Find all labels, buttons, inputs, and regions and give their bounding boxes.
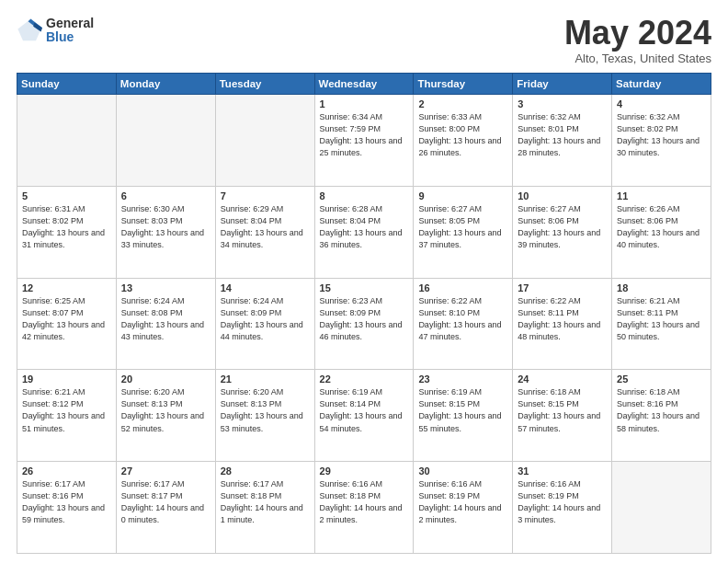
day-number: 18 <box>617 282 706 293</box>
calendar-cell: 17Sunrise: 6:22 AMSunset: 8:11 PMDayligh… <box>513 278 612 370</box>
calendar-cell: 3Sunrise: 6:32 AMSunset: 8:01 PMDaylight… <box>513 95 612 187</box>
calendar-cell: 11Sunrise: 6:26 AMSunset: 8:06 PMDayligh… <box>612 186 711 278</box>
calendar-cell: 19Sunrise: 6:21 AMSunset: 8:12 PMDayligh… <box>17 370 117 462</box>
day-number: 17 <box>518 282 607 293</box>
day-number: 8 <box>320 190 409 201</box>
day-header-tuesday: Tuesday <box>215 74 314 95</box>
day-number: 20 <box>121 373 210 385</box>
day-number: 23 <box>418 373 507 385</box>
calendar-cell: 22Sunrise: 6:19 AMSunset: 8:14 PMDayligh… <box>314 370 414 462</box>
calendar-cell: 21Sunrise: 6:20 AMSunset: 8:13 PMDayligh… <box>215 370 314 462</box>
calendar-cell: 26Sunrise: 6:17 AMSunset: 8:16 PMDayligh… <box>17 462 117 554</box>
day-info: Sunrise: 6:17 AMSunset: 8:17 PMDaylight:… <box>121 478 210 526</box>
calendar-cell: 28Sunrise: 6:17 AMSunset: 8:18 PMDayligh… <box>215 462 314 554</box>
day-number: 29 <box>320 465 409 477</box>
day-header-sunday: Sunday <box>17 74 117 95</box>
calendar-cell: 27Sunrise: 6:17 AMSunset: 8:17 PMDayligh… <box>116 462 215 554</box>
day-info: Sunrise: 6:22 AMSunset: 8:10 PMDaylight:… <box>418 295 507 343</box>
calendar-header-row: SundayMondayTuesdayWednesdayThursdayFrid… <box>17 74 711 95</box>
calendar-cell: 25Sunrise: 6:18 AMSunset: 8:16 PMDayligh… <box>612 370 711 462</box>
day-header-friday: Friday <box>513 74 612 95</box>
logo-text: General Blue <box>46 17 94 45</box>
calendar-cell: 12Sunrise: 6:25 AMSunset: 8:07 PMDayligh… <box>17 278 117 370</box>
day-info: Sunrise: 6:17 AMSunset: 8:18 PMDaylight:… <box>221 478 310 526</box>
day-info: Sunrise: 6:30 AMSunset: 8:03 PMDaylight:… <box>121 203 210 251</box>
day-number: 13 <box>121 282 210 293</box>
day-info: Sunrise: 6:19 AMSunset: 8:15 PMDaylight:… <box>418 386 507 434</box>
day-number: 27 <box>121 465 210 477</box>
logo-icon <box>17 17 42 43</box>
day-info: Sunrise: 6:19 AMSunset: 8:14 PMDaylight:… <box>320 386 409 434</box>
day-info: Sunrise: 6:27 AMSunset: 8:05 PMDaylight:… <box>418 203 507 251</box>
day-info: Sunrise: 6:18 AMSunset: 8:15 PMDaylight:… <box>518 386 607 434</box>
calendar-cell: 7Sunrise: 6:29 AMSunset: 8:04 PMDaylight… <box>215 186 314 278</box>
calendar-cell <box>116 95 215 187</box>
calendar-cell <box>215 95 314 187</box>
day-info: Sunrise: 6:32 AMSunset: 8:02 PMDaylight:… <box>617 111 706 159</box>
calendar-cell: 29Sunrise: 6:16 AMSunset: 8:18 PMDayligh… <box>314 462 414 554</box>
day-number: 22 <box>320 373 409 385</box>
header: General Blue May 2024 Alto, Texas, Unite… <box>17 17 711 65</box>
day-info: Sunrise: 6:17 AMSunset: 8:16 PMDaylight:… <box>22 478 111 526</box>
calendar-week-row: 12Sunrise: 6:25 AMSunset: 8:07 PMDayligh… <box>17 278 711 370</box>
calendar-cell: 1Sunrise: 6:34 AMSunset: 7:59 PMDaylight… <box>314 95 414 187</box>
day-number: 5 <box>22 190 111 201</box>
calendar-cell: 20Sunrise: 6:20 AMSunset: 8:13 PMDayligh… <box>116 370 215 462</box>
svg-marker-0 <box>17 20 40 40</box>
day-number: 16 <box>418 282 507 293</box>
day-number: 25 <box>617 373 706 385</box>
calendar-cell: 10Sunrise: 6:27 AMSunset: 8:06 PMDayligh… <box>513 186 612 278</box>
calendar-cell: 6Sunrise: 6:30 AMSunset: 8:03 PMDaylight… <box>116 186 215 278</box>
day-number: 10 <box>518 190 607 201</box>
day-number: 28 <box>221 465 310 477</box>
day-number: 12 <box>22 282 111 293</box>
day-info: Sunrise: 6:32 AMSunset: 8:01 PMDaylight:… <box>518 111 607 159</box>
day-info: Sunrise: 6:24 AMSunset: 8:08 PMDaylight:… <box>121 295 210 343</box>
calendar-cell <box>17 95 117 187</box>
day-info: Sunrise: 6:23 AMSunset: 8:09 PMDaylight:… <box>320 295 409 343</box>
day-info: Sunrise: 6:27 AMSunset: 8:06 PMDaylight:… <box>518 203 607 251</box>
day-info: Sunrise: 6:29 AMSunset: 8:04 PMDaylight:… <box>221 203 310 251</box>
calendar-cell <box>612 462 711 554</box>
day-number: 9 <box>418 190 507 201</box>
day-number: 11 <box>617 190 706 201</box>
calendar-cell: 9Sunrise: 6:27 AMSunset: 8:05 PMDaylight… <box>414 186 513 278</box>
calendar-cell: 4Sunrise: 6:32 AMSunset: 8:02 PMDaylight… <box>612 95 711 187</box>
day-info: Sunrise: 6:16 AMSunset: 8:19 PMDaylight:… <box>418 478 507 526</box>
day-info: Sunrise: 6:16 AMSunset: 8:19 PMDaylight:… <box>518 478 607 526</box>
day-info: Sunrise: 6:20 AMSunset: 8:13 PMDaylight:… <box>121 386 210 434</box>
calendar-week-row: 1Sunrise: 6:34 AMSunset: 7:59 PMDaylight… <box>17 95 711 187</box>
day-info: Sunrise: 6:18 AMSunset: 8:16 PMDaylight:… <box>617 386 706 434</box>
day-info: Sunrise: 6:34 AMSunset: 7:59 PMDaylight:… <box>320 111 409 159</box>
calendar-cell: 13Sunrise: 6:24 AMSunset: 8:08 PMDayligh… <box>116 278 215 370</box>
day-info: Sunrise: 6:21 AMSunset: 8:12 PMDaylight:… <box>22 386 111 434</box>
logo-blue: Blue <box>46 30 94 44</box>
day-info: Sunrise: 6:20 AMSunset: 8:13 PMDaylight:… <box>221 386 310 434</box>
day-info: Sunrise: 6:24 AMSunset: 8:09 PMDaylight:… <box>221 295 310 343</box>
day-info: Sunrise: 6:22 AMSunset: 8:11 PMDaylight:… <box>518 295 607 343</box>
day-info: Sunrise: 6:33 AMSunset: 8:00 PMDaylight:… <box>418 111 507 159</box>
title-block: May 2024 Alto, Texas, United States <box>564 17 711 65</box>
calendar-week-row: 5Sunrise: 6:31 AMSunset: 8:02 PMDaylight… <box>17 186 711 278</box>
calendar-cell: 18Sunrise: 6:21 AMSunset: 8:11 PMDayligh… <box>612 278 711 370</box>
calendar-cell: 5Sunrise: 6:31 AMSunset: 8:02 PMDaylight… <box>17 186 117 278</box>
logo: General Blue <box>17 17 94 45</box>
day-info: Sunrise: 6:25 AMSunset: 8:07 PMDaylight:… <box>22 295 111 343</box>
calendar-cell: 30Sunrise: 6:16 AMSunset: 8:19 PMDayligh… <box>414 462 513 554</box>
day-info: Sunrise: 6:16 AMSunset: 8:18 PMDaylight:… <box>320 478 409 526</box>
page: General Blue May 2024 Alto, Texas, Unite… <box>0 0 728 563</box>
day-header-thursday: Thursday <box>414 74 513 95</box>
calendar: SundayMondayTuesdayWednesdayThursdayFrid… <box>17 73 711 554</box>
day-number: 2 <box>418 98 507 109</box>
day-number: 24 <box>518 373 607 385</box>
day-header-wednesday: Wednesday <box>314 74 414 95</box>
day-header-monday: Monday <box>116 74 215 95</box>
day-info: Sunrise: 6:31 AMSunset: 8:02 PMDaylight:… <box>22 203 111 251</box>
calendar-cell: 31Sunrise: 6:16 AMSunset: 8:19 PMDayligh… <box>513 462 612 554</box>
calendar-cell: 15Sunrise: 6:23 AMSunset: 8:09 PMDayligh… <box>314 278 414 370</box>
day-number: 21 <box>221 373 310 385</box>
day-number: 26 <box>22 465 111 477</box>
day-number: 15 <box>320 282 409 293</box>
calendar-cell: 16Sunrise: 6:22 AMSunset: 8:10 PMDayligh… <box>414 278 513 370</box>
calendar-cell: 24Sunrise: 6:18 AMSunset: 8:15 PMDayligh… <box>513 370 612 462</box>
